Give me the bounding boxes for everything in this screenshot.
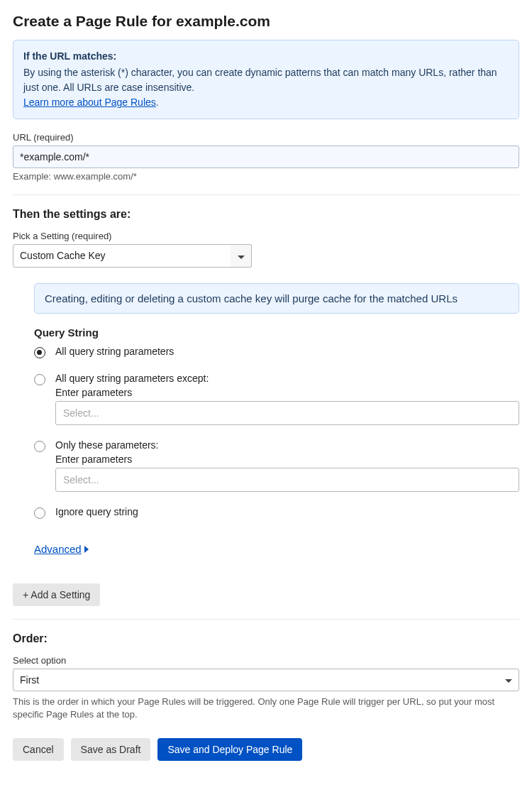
- order-select[interactable]: First: [13, 669, 519, 691]
- cancel-button[interactable]: Cancel: [13, 738, 64, 761]
- chevron-down-icon: [238, 251, 245, 262]
- chevron-down-icon: [505, 674, 512, 686]
- page-title: Create a Page Rule for example.com: [13, 13, 519, 30]
- divider: [13, 194, 519, 195]
- radio-except-params-label: All query string parameters except:: [55, 373, 519, 384]
- radio-only-params[interactable]: [34, 441, 45, 452]
- save-draft-button[interactable]: Save as Draft: [71, 738, 151, 761]
- except-params-input[interactable]: [55, 401, 519, 425]
- setting-select-dropdown-button[interactable]: [231, 244, 252, 268]
- learn-more-link[interactable]: Learn more about Page Rules: [23, 97, 156, 108]
- url-example: Example: www.example.com/*: [13, 171, 519, 182]
- info-heading: If the URL matches:: [23, 49, 509, 64]
- purge-notice: Creating, editing or deleting a custom c…: [34, 283, 519, 314]
- chevron-right-icon: [84, 543, 89, 555]
- setting-picker-label: Pick a Setting (required): [13, 231, 519, 241]
- url-input[interactable]: [13, 145, 519, 168]
- radio-ignore-params-label: Ignore query string: [55, 506, 519, 517]
- divider: [13, 619, 519, 620]
- only-enter-params-label: Enter parameters: [55, 454, 519, 465]
- query-string-title: Query String: [34, 326, 519, 339]
- info-box: If the URL matches: By using the asteris…: [13, 40, 519, 119]
- except-enter-params-label: Enter parameters: [55, 387, 519, 398]
- radio-except-params[interactable]: [34, 374, 45, 385]
- setting-select[interactable]: Custom Cache Key: [13, 244, 233, 268]
- only-params-input[interactable]: [55, 468, 519, 492]
- order-helper: This is the order in which your Page Rul…: [13, 696, 519, 721]
- advanced-label: Advanced: [34, 543, 82, 555]
- order-label: Select option: [13, 655, 519, 666]
- radio-ignore-params[interactable]: [34, 507, 45, 519]
- order-title: Order:: [13, 632, 519, 645]
- settings-heading: Then the settings are:: [13, 208, 519, 221]
- url-label: URL (required): [13, 132, 519, 143]
- info-body: By using the asterisk (*) character, you…: [23, 67, 497, 93]
- radio-all-params-label: All query string parameters: [55, 346, 519, 357]
- advanced-link[interactable]: Advanced: [34, 543, 89, 555]
- order-select-value: First: [20, 674, 39, 686]
- add-setting-button[interactable]: + Add a Setting: [13, 583, 100, 606]
- save-deploy-button[interactable]: Save and Deploy Page Rule: [157, 738, 302, 761]
- radio-all-params[interactable]: [34, 347, 45, 358]
- info-period: .: [156, 97, 159, 108]
- radio-only-params-label: Only these parameters:: [55, 439, 519, 451]
